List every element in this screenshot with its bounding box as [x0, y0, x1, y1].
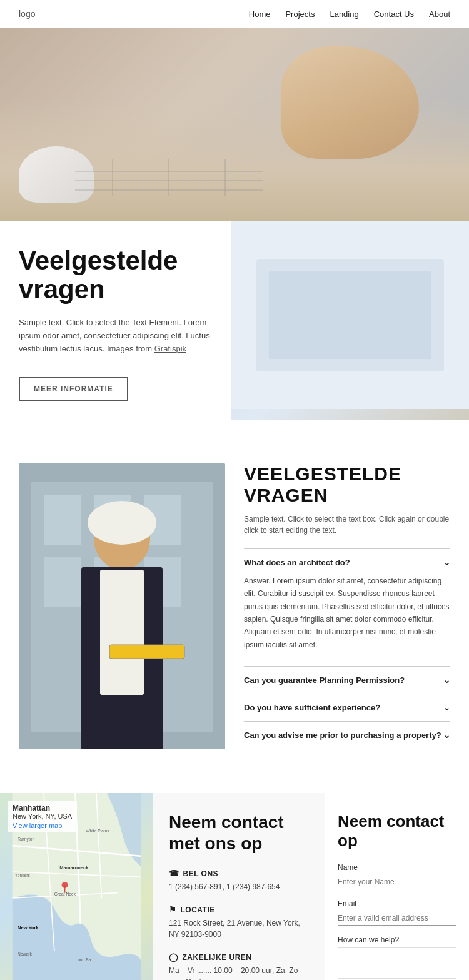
contact-hours-block: ◯ ZAKELIJKE UREN Ma – Vr ....... 10.00 –…	[169, 952, 310, 980]
svg-text:Yonkers: Yonkers	[15, 874, 31, 878]
faq-question-4: Can you advise me prior to purchasing a …	[244, 730, 441, 740]
meer-informatie-button[interactable]: MEER INFORMATIE	[19, 377, 128, 401]
contact-form-panel: Neem contact op Name Email How can we he…	[325, 793, 469, 980]
faq-detail-section: VEELGESTELDE VRAGEN Sample text. Click t…	[0, 438, 469, 774]
hero-blueprint-lines	[75, 159, 263, 196]
faq-question-2: Can you guarantee Planning Permission?	[244, 675, 405, 685]
hero-image	[0, 28, 469, 221]
contact-map: Tannyton White Plains Yonkers Mamaroneck…	[0, 793, 153, 980]
email-input[interactable]	[338, 911, 456, 926]
name-input[interactable]	[338, 875, 456, 889]
contact-hours-title: ◯ ZAKELIJKE UREN	[169, 952, 310, 962]
nav-contact[interactable]: Contact Us	[374, 9, 414, 19]
svg-text:New York: New York	[18, 926, 39, 931]
contact-location-block: ⚑ LOCATIE 121 Rock Street, 21 Avenue, Ne…	[169, 905, 310, 940]
nav-projects[interactable]: Projects	[285, 9, 315, 19]
faq-intro-body: Sample text. Click to select the Text El…	[19, 316, 213, 355]
contact-hours-text: Ma – Vr ....... 10.00 – 20.00 uur, Za, Z…	[169, 965, 310, 980]
map-label: Manhattan New York, NY, USA View larger …	[8, 801, 77, 832]
faq-chevron-3-icon: ⌄	[443, 703, 450, 712]
name-form-group: Name	[338, 863, 456, 889]
faq-question-1: What does an architect do?	[244, 558, 350, 567]
email-label: Email	[338, 899, 456, 908]
contact-phone-block: ☎ BEL ONS 1 (234) 567-891, 1 (234) 987-6…	[169, 869, 310, 892]
building-background	[19, 463, 225, 749]
contact-section: Tannyton White Plains Yonkers Mamaroneck…	[0, 793, 469, 980]
contact-phone-title: ☎ BEL ONS	[169, 869, 310, 878]
svg-rect-21	[109, 645, 184, 659]
email-form-group: Email	[338, 899, 456, 926]
map-location: New York, NY, USA	[13, 812, 72, 820]
logo: logo	[19, 9, 35, 19]
map-city: Manhattan	[13, 804, 72, 812]
faq-heading: VEELGESTELDE VRAGEN	[244, 463, 450, 506]
view-larger-map-link[interactable]: View larger map	[13, 822, 72, 829]
faq-intro-illustration	[231, 221, 469, 409]
faq-intro-image	[231, 221, 469, 420]
gratispik-link[interactable]: Gratispik	[154, 344, 186, 353]
faq-question-3: Do you have sufficient experience?	[244, 703, 380, 712]
svg-rect-11	[44, 495, 81, 545]
clock-icon: ◯	[169, 952, 179, 962]
faq-item-4-header[interactable]: Can you advise me prior to purchasing a …	[244, 730, 450, 740]
faq-intro-section: Veelgestelde vragen Sample text. Click t…	[0, 221, 469, 420]
contact-location-title: ⚑ LOCATIE	[169, 905, 310, 914]
faq-answer-1: Answer. Lorem ipsum dolor sit amet, cons…	[244, 575, 450, 657]
svg-text:Mamaroneck: Mamaroneck	[59, 865, 89, 871]
help-form-group: How can we help?	[338, 936, 456, 980]
svg-text:Long Ba...: Long Ba...	[75, 957, 94, 962]
faq-intro-text: Veelgestelde vragen Sample text. Click t…	[0, 221, 231, 420]
nav-home[interactable]: Home	[249, 9, 271, 19]
navbar: logo Home Projects Landing Contact Us Ab…	[0, 0, 469, 28]
faq-item-4: Can you advise me prior to purchasing a …	[244, 721, 450, 749]
faq-item-3: Do you have sufficient experience? ⌄	[244, 694, 450, 721]
contact-info-heading: Neem contact met ons op	[169, 812, 310, 854]
svg-text:Newark: Newark	[18, 952, 32, 957]
svg-text:Tannyton: Tannyton	[18, 837, 35, 842]
faq-chevron-2-icon: ⌄	[443, 675, 450, 685]
svg-text:White Plains: White Plains	[86, 829, 109, 833]
faq-right-content: VEELGESTELDE VRAGEN Sample text. Click t…	[244, 463, 450, 749]
svg-rect-8	[269, 271, 431, 359]
faq-intro-heading: Veelgestelde vragen	[19, 246, 213, 304]
svg-rect-14	[44, 557, 81, 607]
faq-subtitle: Sample text. Click to select the text bo…	[244, 513, 450, 536]
faq-item-1: What does an architect do? ⌄ Answer. Lor…	[244, 548, 450, 666]
faq-person-image	[19, 463, 225, 749]
faq-chevron-4-icon: ⌄	[443, 730, 450, 740]
svg-rect-20	[100, 570, 144, 695]
faq-item-1-header[interactable]: What does an architect do? ⌄	[244, 558, 450, 567]
faq-chevron-1-icon: ⌄	[443, 558, 450, 567]
faq-item-2-header[interactable]: Can you guarantee Planning Permission? ⌄	[244, 675, 450, 685]
nav-landing[interactable]: Landing	[330, 9, 358, 19]
help-textarea[interactable]	[338, 947, 456, 979]
location-icon: ⚑	[169, 905, 177, 914]
phone-icon: ☎	[169, 869, 179, 878]
contact-address: 121 Rock Street, 21 Avenue, New York, NY…	[169, 917, 310, 940]
svg-point-18	[88, 501, 156, 545]
faq-item-2: Can you guarantee Planning Permission? ⌄	[244, 666, 450, 694]
help-label: How can we help?	[338, 936, 456, 944]
contact-phone-number: 1 (234) 567-891, 1 (234) 987-654	[169, 881, 310, 892]
contact-info-panel: Neem contact met ons op ☎ BEL ONS 1 (234…	[153, 793, 325, 980]
faq-item-3-header[interactable]: Do you have sufficient experience? ⌄	[244, 703, 450, 712]
nav-links: Home Projects Landing Contact Us About	[249, 9, 450, 19]
name-label: Name	[338, 863, 456, 872]
nav-about[interactable]: About	[429, 9, 450, 19]
contact-form-heading: Neem contact op	[338, 812, 456, 851]
